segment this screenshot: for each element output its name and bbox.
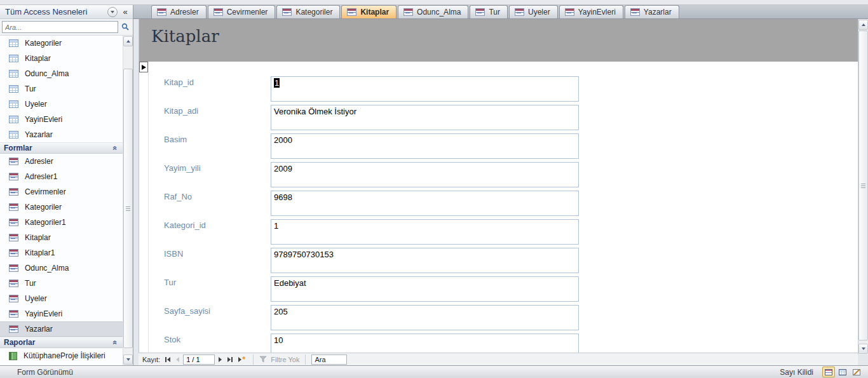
nav-pane-header[interactable]: Tüm Access Nesneleri (0, 5, 133, 19)
table-icon (9, 85, 18, 93)
table-icon (9, 70, 18, 78)
form-icon (214, 8, 223, 16)
nav-form-item[interactable]: Kitaplar1 (0, 245, 123, 260)
nav-form-item[interactable]: Kategoriler1 (0, 215, 123, 230)
field-input[interactable]: Edebiyat (271, 276, 579, 302)
form-icon (9, 310, 18, 318)
form-header-band: Kitaplar (139, 19, 858, 62)
scroll-up-icon[interactable] (858, 20, 868, 30)
new-record-button[interactable] (236, 356, 247, 363)
previous-record-button[interactable] (174, 356, 181, 363)
form-scrollbar[interactable] (858, 19, 868, 354)
nav-item-label: Kategoriler (25, 203, 62, 212)
nav-scrollbar[interactable] (123, 36, 133, 365)
document-tab[interactable]: YayinEvleri (559, 5, 623, 18)
field-input[interactable]: 2000 (271, 133, 579, 159)
nav-form-item[interactable]: Yazarlar (0, 321, 123, 337)
document-tab[interactable]: Adresler (151, 5, 207, 18)
form-field-row: Tur Edebiyat (164, 276, 579, 302)
document-tab[interactable]: Odunc_Alma (398, 5, 468, 18)
nav-form-item[interactable]: Uyeler (0, 291, 123, 306)
document-tab[interactable]: Yazarlar (625, 5, 679, 18)
record-nav-label: Kayıt: (142, 356, 160, 363)
table-icon (9, 39, 18, 47)
field-input[interactable]: 1 (271, 219, 579, 245)
document-tab[interactable]: Tur (470, 5, 508, 18)
form-icon (9, 219, 18, 226)
nav-form-item[interactable]: Cevirmenler (0, 184, 123, 199)
next-record-button[interactable] (217, 356, 224, 363)
field-input[interactable]: 9698 (271, 191, 579, 216)
nav-form-item[interactable]: Adresler1 (0, 169, 123, 184)
nav-table-item[interactable]: Yazarlar (0, 127, 123, 142)
nav-item-label: Yazarlar (25, 130, 53, 139)
nav-table-item[interactable]: Kitaplar (0, 51, 123, 66)
report-icon (9, 352, 17, 360)
first-record-button[interactable] (163, 356, 172, 363)
status-bar: Form Görünümü Sayı Kilidi (0, 365, 868, 378)
filter-status[interactable]: Filtre Yok (259, 356, 299, 363)
nav-pane-shutter-collapse-icon[interactable] (120, 7, 130, 17)
document-tab[interactable]: Kitaplar (341, 5, 397, 18)
nav-item-label: YayinEvleri (25, 309, 62, 318)
num-lock-status: Sayı Kilidi (780, 368, 813, 377)
field-input[interactable]: Veronika Ölmek İstiyor (271, 105, 579, 130)
field-input[interactable]: 1 (271, 76, 579, 102)
datasheet-view-button[interactable] (836, 367, 849, 377)
form-icon (475, 8, 485, 16)
nav-form-item[interactable]: Tur (0, 276, 123, 291)
access-window: Tüm Access Nesneleri Kategoriler (0, 0, 868, 378)
record-selector[interactable] (139, 62, 148, 72)
record-search-input[interactable] (311, 354, 347, 365)
field-input[interactable]: 205 (271, 305, 579, 330)
field-input[interactable]: 2009 (271, 162, 579, 187)
form-field-row: Kitap_id 1 (164, 76, 579, 102)
nav-section-formlar[interactable]: Formlar (0, 142, 123, 154)
nav-form-item[interactable]: Odunc_Alma (0, 260, 123, 276)
form-scrollbar-thumb[interactable] (858, 30, 868, 341)
form-view-canvas: Kitaplar Kitap_id 1 Kitap_adi Veronika Ö… (139, 19, 858, 353)
field-value: 1 (274, 221, 278, 231)
nav-form-item[interactable]: Kitaplar (0, 230, 123, 245)
nav-form-item[interactable]: Adresler (0, 154, 123, 169)
search-icon[interactable] (119, 21, 131, 33)
last-record-button[interactable] (226, 356, 234, 363)
nav-item-label: Uyeler (25, 294, 47, 303)
nav-table-item[interactable]: Kategoriler (0, 36, 123, 51)
nav-scrollbar-thumb[interactable] (123, 69, 133, 348)
nav-form-item[interactable]: YayinEvleri (0, 306, 123, 321)
tab-label: Odunc_Alma (417, 8, 461, 17)
current-record-arrow-icon (142, 65, 146, 70)
nav-table-item[interactable]: Tur (0, 81, 123, 97)
nav-table-item[interactable]: YayinEvleri (0, 112, 123, 127)
nav-section-raporlar[interactable]: Raporlar (0, 337, 123, 348)
form-field-row: ISBN 9789750730153 (164, 248, 579, 273)
ribbon-bottom-strip (0, 0, 868, 5)
form-field-row: Yayim_yili 2009 (164, 162, 579, 187)
nav-item-label: Kitaplar (25, 54, 51, 63)
nav-pane-menu-dropdown-icon[interactable] (107, 7, 118, 17)
view-mode-status: Form Görünümü (17, 368, 73, 377)
field-input[interactable]: 9789750730153 (271, 248, 579, 273)
record-navigation-bar: Kayıt: Filtre Yok (139, 353, 858, 365)
nav-report-item[interactable]: KütüphaneProje İlişkileri (0, 348, 123, 363)
document-tab[interactable]: Cevirmenler (208, 5, 276, 18)
filter-label: Filtre Yok (271, 356, 299, 363)
scroll-up-icon[interactable] (123, 36, 133, 46)
record-position-box[interactable] (183, 354, 215, 365)
nav-search-input[interactable] (2, 21, 118, 33)
chevron-up-icon (112, 146, 119, 151)
table-icon (9, 116, 18, 123)
scroll-down-icon[interactable] (858, 344, 868, 354)
nav-table-item[interactable]: Uyeler (0, 97, 123, 112)
design-view-button[interactable] (850, 367, 863, 377)
form-view-button[interactable] (822, 367, 835, 377)
chevron-up-icon (112, 341, 119, 345)
document-tab[interactable]: Kategoriler (276, 5, 340, 18)
document-tab[interactable]: Uyeler (509, 5, 558, 18)
form-view-icon (825, 369, 832, 375)
nav-table-item[interactable]: Odunc_Alma (0, 66, 123, 81)
form-icon (515, 8, 524, 16)
scroll-down-icon[interactable] (123, 354, 133, 365)
nav-form-item[interactable]: Kategoriler (0, 199, 123, 215)
